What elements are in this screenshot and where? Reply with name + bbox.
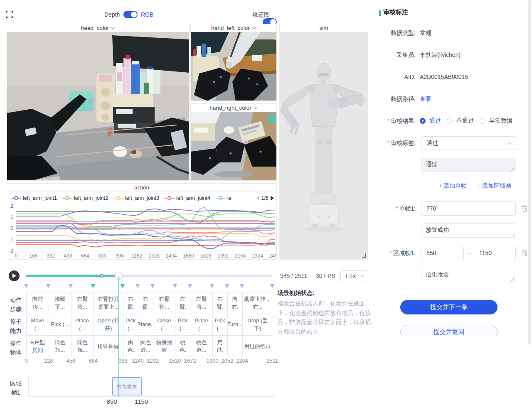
step-boundary-marker[interactable] bbox=[188, 284, 192, 288]
segment-right-handle[interactable] bbox=[138, 383, 140, 390]
step-cell[interactable]: 肉色透... bbox=[138, 336, 153, 357]
step-cell[interactable]: 桃色. bbox=[175, 336, 190, 357]
svg-text:-2: -2 bbox=[9, 248, 13, 254]
legend-marker-icon bbox=[11, 196, 21, 200]
step-cell[interactable]: 右臂. bbox=[123, 292, 138, 314]
submit-back-button[interactable]: 提交并返回 bbox=[400, 325, 498, 336]
region-band-track[interactable]: 拉化妆盒 bbox=[28, 376, 275, 397]
step-boundary-marker[interactable] bbox=[225, 284, 229, 288]
legend-item[interactable]: left_arm_joint3 bbox=[113, 195, 159, 201]
step-cell[interactable]: 向右. bbox=[228, 292, 243, 314]
radio-abnormal[interactable] bbox=[480, 118, 485, 124]
step-boundary-marker[interactable] bbox=[270, 284, 274, 288]
head-camera-header[interactable]: head_color bbox=[7, 24, 189, 32]
step-boundary-marker[interactable] bbox=[240, 284, 244, 288]
step-boundary-marker[interactable] bbox=[135, 284, 140, 288]
page-scrollbar[interactable] bbox=[528, 0, 531, 345]
step-cell[interactable]: Pick (... bbox=[49, 314, 71, 336]
step-cell[interactable]: 腰部下... bbox=[49, 292, 71, 314]
region-frame-start-input[interactable]: 850 bbox=[421, 246, 464, 260]
step-cell[interactable]: 高度下降，右... bbox=[243, 292, 273, 314]
resize-corner-icon[interactable] bbox=[362, 253, 366, 258]
step-cell[interactable]: Drop (丢下) bbox=[243, 314, 273, 336]
step-boundary-marker[interactable] bbox=[91, 284, 95, 288]
radio-abnormal-label[interactable]: 异常数据 bbox=[489, 117, 512, 125]
legend-next-icon[interactable] bbox=[271, 196, 274, 201]
step-boundary-marker[interactable] bbox=[173, 284, 177, 288]
step-cell[interactable]: Close (... bbox=[153, 314, 176, 336]
hand-right-camera-header[interactable]: hand_right_color bbox=[191, 104, 276, 112]
step-cell[interactable]: Place.. bbox=[138, 314, 153, 336]
step-cell[interactable]: 粉饼抽屉 bbox=[153, 336, 176, 357]
step-cell[interactable]: B户型房间 bbox=[27, 336, 49, 357]
step-cell[interactable]: 桃色唇... bbox=[190, 336, 213, 357]
play-button[interactable] bbox=[9, 270, 20, 281]
legend-item[interactable]: left_arm_joint2 bbox=[62, 195, 108, 201]
radio-pass[interactable] bbox=[420, 118, 426, 124]
speed-select[interactable]: 1.0X bbox=[340, 270, 368, 282]
review-tag-comment[interactable]: 通过 bbox=[421, 158, 516, 172]
svg-text:2158: 2158 bbox=[235, 253, 246, 259]
step-cell[interactable]: 绿色瓶... bbox=[49, 336, 71, 357]
step-cell[interactable]: Turn... bbox=[228, 314, 243, 336]
add-single-frame-link[interactable]: + 添加单帧 bbox=[438, 182, 467, 190]
step-cell[interactable]: 肉色. bbox=[123, 336, 138, 357]
delete-single-frame-icon[interactable] bbox=[521, 205, 528, 212]
legend-prev-icon[interactable] bbox=[256, 196, 259, 201]
range-dash: – bbox=[468, 249, 471, 256]
step-cell[interactable]: 右臂. bbox=[213, 292, 228, 314]
single-frame-input[interactable]: 770 bbox=[421, 201, 516, 216]
step-boundary-marker[interactable] bbox=[69, 284, 73, 288]
step-cell[interactable]: 右臂. bbox=[138, 292, 153, 314]
region-segment[interactable]: 拉化妆盒 bbox=[112, 377, 142, 395]
submit-next-button[interactable]: 提交并下一条 bbox=[400, 300, 498, 314]
step-cell[interactable]: 右臂将... bbox=[71, 292, 94, 314]
delete-region-frame-icon[interactable] bbox=[521, 249, 528, 257]
single-frame-marker-dot[interactable] bbox=[100, 274, 103, 277]
region-frame-comment[interactable]: 拉化妆盒 bbox=[421, 268, 516, 282]
add-region-frame-link[interactable]: + 添加区域帧 bbox=[477, 182, 511, 190]
resize-grip-icon[interactable] bbox=[511, 233, 515, 236]
legend-item[interactable]: le bbox=[216, 195, 232, 201]
sim-3d-view[interactable] bbox=[280, 32, 368, 259]
step-cell[interactable]: 用过的纸巾 bbox=[243, 336, 273, 357]
legend-item[interactable]: left_arm_joint4 bbox=[165, 195, 210, 201]
step-cell[interactable]: Place (... bbox=[71, 314, 94, 336]
step-boundary-marker[interactable] bbox=[24, 284, 28, 288]
step-cell[interactable]: 左臂. bbox=[175, 292, 190, 314]
step-cell[interactable]: Pick (... bbox=[213, 314, 228, 336]
playback-slider[interactable] bbox=[26, 275, 272, 277]
chevron-down-icon bbox=[111, 27, 115, 29]
hand-left-camera-header[interactable]: hand_left_color bbox=[191, 24, 276, 32]
resize-grip-icon[interactable] bbox=[511, 277, 515, 281]
step-boundary-marker[interactable] bbox=[46, 284, 50, 288]
step-cell[interactable]: 左臂将... bbox=[190, 292, 213, 314]
legend-item[interactable]: left_arm_joint1 bbox=[11, 195, 57, 201]
radio-pass-label[interactable]: 通过 bbox=[429, 117, 441, 125]
step-cell[interactable]: Pick (... bbox=[123, 314, 138, 336]
review-tag-select[interactable]: 通过 bbox=[421, 136, 516, 150]
step-cell[interactable]: 绿色瓶... bbox=[71, 336, 94, 357]
step-boundary-marker[interactable] bbox=[210, 284, 214, 288]
step-boundary-marker[interactable] bbox=[121, 284, 125, 288]
radio-fail-label[interactable]: 不通过 bbox=[456, 117, 474, 125]
step-cell[interactable]: Pick (... bbox=[175, 314, 190, 336]
fullscreen-icon[interactable] bbox=[6, 11, 13, 18]
radio-fail[interactable] bbox=[447, 118, 453, 124]
single-frame-comment[interactable]: 放置成功 bbox=[421, 223, 516, 238]
segment-left-handle[interactable] bbox=[114, 383, 116, 390]
play-icon bbox=[12, 273, 16, 278]
step-cell[interactable]: 右臂将... bbox=[153, 292, 176, 314]
step-cell[interactable] bbox=[228, 336, 243, 357]
region-frame-end-input[interactable]: 1150 bbox=[474, 246, 516, 260]
step-boundary-marker[interactable] bbox=[150, 284, 155, 288]
step-cell[interactable]: 向前移... bbox=[27, 292, 49, 314]
step-cell[interactable]: Place (... bbox=[190, 314, 213, 336]
data-path-link[interactable]: 查看 bbox=[420, 96, 431, 103]
step-cell[interactable]: Move (... bbox=[27, 314, 49, 336]
legend-marker-icon bbox=[62, 196, 72, 200]
step-cell[interactable]: 用过. bbox=[213, 336, 228, 357]
action-chart-svg[interactable]: 210-1-2016633249866483099611621328149416… bbox=[7, 203, 276, 260]
resize-grip-icon[interactable] bbox=[511, 167, 515, 171]
depth-rgb-toggle[interactable] bbox=[123, 11, 138, 18]
